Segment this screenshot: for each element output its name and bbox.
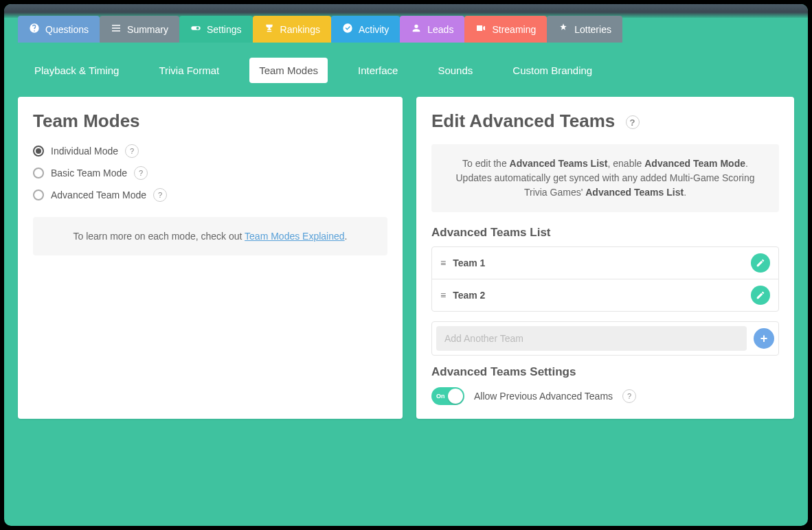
tab-lotteries[interactable]: Lotteries [547, 16, 622, 43]
pencil-icon [756, 258, 765, 268]
plus-icon: + [760, 332, 768, 346]
tab-label: Summary [127, 24, 168, 35]
tab-settings[interactable]: Settings [179, 16, 253, 43]
mode-basic-row: Basic Team Mode ? [33, 166, 387, 180]
radio-dot-icon [36, 148, 41, 154]
toggle-knob-icon [448, 389, 463, 404]
help-icon[interactable]: ? [153, 188, 167, 202]
info-period: . [345, 231, 348, 242]
tab-leads[interactable]: Leads [400, 16, 464, 43]
mode-label: Advanced Team Mode [51, 189, 146, 200]
toggle-icon [190, 23, 201, 36]
edit-advanced-teams-card: Edit Advanced Teams ? To edit the Advanc… [416, 97, 794, 419]
subtab-branding[interactable]: Custom Branding [503, 58, 602, 83]
subtab-interface[interactable]: Interface [348, 58, 407, 83]
radio-advanced[interactable] [33, 189, 44, 200]
content-area: Team Modes Individual Mode ? Basic Team … [4, 97, 808, 433]
tab-label: Activity [359, 24, 389, 35]
mode-advanced-row: Advanced Team Mode ? [33, 188, 387, 202]
tab-rankings[interactable]: Rankings [253, 16, 331, 43]
question-icon [29, 23, 40, 36]
toggle-state-label: On [436, 393, 445, 400]
notice-bold: Advanced Teams List [585, 187, 684, 198]
edit-advanced-teams-title: Edit Advanced Teams ? [431, 111, 779, 132]
tab-label: Rankings [280, 24, 320, 35]
help-icon[interactable]: ? [134, 166, 148, 180]
edit-team-button[interactable] [751, 286, 770, 305]
mode-individual-row: Individual Mode ? [33, 144, 387, 158]
info-text: To learn more on each mode, check out [74, 231, 245, 242]
pencil-icon [756, 290, 765, 300]
toggle-label: Allow Previous Advanced Teams [474, 391, 613, 402]
mode-label: Basic Team Mode [51, 168, 127, 178]
advanced-settings-heading: Advanced Teams Settings [431, 365, 779, 379]
team-row: ≡ Team 1 [432, 247, 778, 279]
tab-questions[interactable]: Questions [18, 16, 100, 43]
tab-streaming[interactable]: Streaming [464, 16, 547, 43]
edit-team-button[interactable] [751, 253, 770, 273]
tab-label: Leads [427, 24, 453, 35]
trophy-icon [264, 23, 275, 36]
teams-list: ≡ Team 1 ≡ Team 2 [431, 246, 779, 312]
notice-bold: Advanced Teams List [510, 158, 608, 169]
tab-label: Settings [207, 24, 242, 35]
video-icon [475, 23, 486, 36]
add-team-input[interactable] [436, 326, 747, 351]
notice-bold: Advanced Team Mode [644, 158, 745, 169]
team-name: Team 2 [453, 290, 485, 301]
add-team-button[interactable]: + [754, 328, 774, 349]
tab-label: Questions [45, 24, 89, 35]
mode-label: Individual Mode [51, 146, 118, 157]
subtab-playback[interactable]: Playback & Timing [25, 58, 128, 83]
app-window: Questions Summary Settings Rankings Acti… [4, 4, 808, 526]
star-burst-icon [558, 23, 569, 36]
user-icon [411, 23, 422, 36]
add-team-row: + [431, 321, 779, 356]
notice-box: To edit the Advanced Teams List, enable … [431, 144, 779, 212]
teams-list-heading: Advanced Teams List [431, 226, 779, 240]
check-circle-icon [342, 23, 353, 36]
radio-basic[interactable] [33, 168, 44, 178]
primary-tabbar: Questions Summary Settings Rankings Acti… [4, 16, 808, 43]
team-modes-title: Team Modes [33, 111, 387, 132]
drag-handle-icon[interactable]: ≡ [440, 290, 446, 301]
tab-activity[interactable]: Activity [331, 16, 400, 43]
notice-text: , enable [608, 158, 645, 169]
info-box: To learn more on each mode, check out Te… [33, 217, 387, 255]
list-icon [111, 23, 122, 36]
title-text: Edit Advanced Teams [431, 111, 615, 131]
drag-handle-icon[interactable]: ≡ [440, 257, 446, 268]
subtab-format[interactable]: Trivia Format [149, 58, 229, 83]
notice-text: To edit the [462, 158, 510, 169]
help-icon[interactable]: ? [622, 389, 636, 403]
team-row: ≡ Team 2 [432, 279, 778, 311]
help-icon[interactable]: ? [626, 115, 640, 129]
svg-point-1 [196, 27, 199, 30]
allow-previous-toggle[interactable]: On [431, 387, 464, 405]
tab-label: Streaming [492, 24, 536, 35]
notice-text: . [684, 187, 686, 198]
tab-label: Lotteries [574, 24, 611, 35]
help-icon[interactable]: ? [125, 144, 139, 158]
team-modes-card: Team Modes Individual Mode ? Basic Team … [18, 97, 403, 419]
settings-subtabs: Playback & Timing Trivia Format Team Mod… [4, 43, 808, 97]
subtab-sounds[interactable]: Sounds [428, 58, 482, 83]
radio-individual[interactable] [33, 146, 44, 157]
allow-previous-row: On Allow Previous Advanced Teams ? [431, 387, 779, 405]
team-name: Team 1 [453, 257, 485, 268]
info-link[interactable]: Team Modes Explained [245, 231, 345, 242]
tab-summary[interactable]: Summary [100, 16, 179, 43]
subtab-team-modes[interactable]: Team Modes [249, 58, 328, 83]
